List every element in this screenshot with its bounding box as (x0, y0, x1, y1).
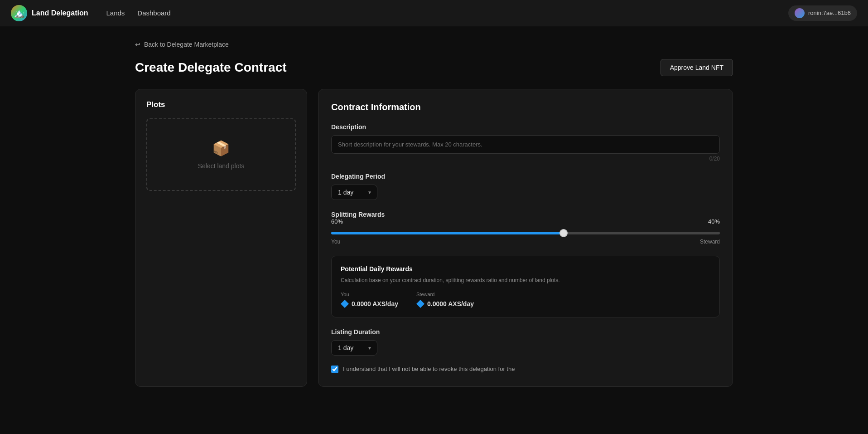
dropzone-icon: 📦 (212, 140, 230, 157)
description-section: Description 0/20 (331, 123, 720, 162)
delegating-period-select-wrapper: 1 day 3 days 7 days 14 days 30 days ▼ (331, 185, 377, 200)
description-label: Description (331, 123, 720, 131)
reward-you-value: 0.0000 AXS/day (341, 300, 398, 308)
slider-labels: You Steward (331, 239, 720, 245)
plots-panel: Plots 📦 Select land plots (135, 89, 307, 387)
rewards-title: Potential Daily Rewards (341, 265, 710, 273)
nav-link-lands[interactable]: Lands (106, 9, 125, 17)
axs-diamond-icon-steward (416, 300, 424, 308)
reward-you-amount: 0.0000 AXS/day (352, 300, 398, 307)
slider-steward-label: Steward (700, 239, 720, 245)
splitting-pct-row: 60% 40% (331, 218, 720, 225)
splitting-rewards-slider[interactable] (331, 232, 720, 234)
logo-icon: 🏔️ (11, 5, 27, 21)
page-title: Create Delegate Contract (135, 60, 287, 75)
splitting-rewards-section: Splitting Rewards 60% 40% You Steward (331, 211, 720, 245)
approve-land-nft-button[interactable]: Approve Land NFT (661, 59, 733, 76)
delegating-period-select[interactable]: 1 day 3 days 7 days 14 days 30 days (331, 185, 377, 200)
splitting-rewards-label: Splitting Rewards (331, 211, 720, 218)
slider-you-label: You (331, 239, 340, 245)
description-input[interactable] (331, 135, 720, 154)
dropzone-text: Select land plots (198, 162, 245, 170)
nav-link-dashboard[interactable]: Dashboard (137, 9, 170, 17)
listing-duration-section: Listing Duration 1 day 3 days 7 days 14 … (331, 328, 720, 356)
contract-panel: Contract Information Description 0/20 De… (318, 89, 733, 387)
you-percentage: 60% (331, 218, 343, 225)
reward-you-label: You (341, 292, 398, 297)
reward-steward: Steward 0.0000 AXS/day (416, 292, 474, 308)
reward-steward-amount: 0.0000 AXS/day (427, 300, 474, 307)
page-header: Create Delegate Contract Approve Land NF… (135, 59, 733, 76)
char-count: 0/20 (331, 156, 720, 162)
app-title: Land Delegation (32, 9, 88, 17)
understand-checkbox[interactable] (331, 366, 338, 373)
listing-duration-select[interactable]: 1 day 3 days 7 days 14 days 30 days (331, 340, 377, 356)
page-content: ↩ Back to Delegate Marketplace Create De… (117, 26, 751, 401)
delegating-period-label: Delegating Period (331, 173, 720, 180)
reward-steward-value: 0.0000 AXS/day (416, 300, 474, 308)
navbar: 🏔️ Land Delegation Lands Dashboard ronin… (0, 0, 868, 26)
wallet-avatar (795, 8, 805, 18)
checkbox-label: I understand that I will not be able to … (343, 365, 515, 374)
rewards-box: Potential Daily Rewards Calculation base… (331, 256, 720, 317)
rewards-description: Calculation base on your contract durati… (341, 276, 710, 284)
wallet-address: ronin:7ae...61b6 (808, 10, 851, 16)
wallet-button[interactable]: ronin:7ae...61b6 (788, 5, 857, 21)
listing-duration-label: Listing Duration (331, 328, 720, 336)
nav-links: Lands Dashboard (106, 9, 788, 17)
steward-percentage: 40% (708, 218, 720, 225)
rewards-row: You 0.0000 AXS/day Steward 0.0000 AXS/da… (341, 292, 710, 308)
axs-diamond-icon-you (341, 300, 349, 308)
plots-panel-title: Plots (146, 100, 296, 109)
reward-steward-label: Steward (416, 292, 474, 297)
slider-container (331, 229, 720, 236)
back-arrow-icon: ↩ (135, 41, 140, 48)
delegating-period-section: Delegating Period 1 day 3 days 7 days 14… (331, 173, 720, 200)
back-link[interactable]: ↩ Back to Delegate Marketplace (135, 41, 733, 48)
listing-duration-select-wrapper: 1 day 3 days 7 days 14 days 30 days ▼ (331, 340, 377, 356)
nav-logo[interactable]: 🏔️ Land Delegation (11, 5, 88, 21)
checkbox-row: I understand that I will not be able to … (331, 365, 720, 374)
back-link-text: Back to Delegate Marketplace (144, 41, 229, 48)
main-grid: Plots 📦 Select land plots Contract Infor… (135, 89, 733, 387)
contract-panel-title: Contract Information (331, 102, 720, 112)
reward-you: You 0.0000 AXS/day (341, 292, 398, 308)
plots-dropzone[interactable]: 📦 Select land plots (146, 118, 296, 191)
